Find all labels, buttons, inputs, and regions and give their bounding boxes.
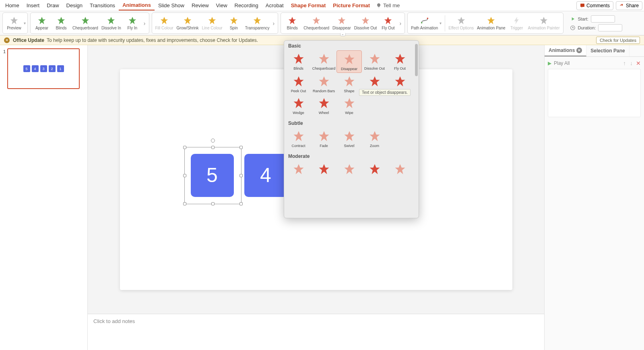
flyout-section-basic: Basic (284, 41, 419, 50)
fly-item-fade[interactable]: Fade (311, 128, 336, 149)
fly-item-random-bars[interactable]: Random Bars (311, 73, 336, 95)
tab-shapeformat[interactable]: Shape Format (287, 1, 330, 10)
flyout-scrollbar[interactable] (415, 44, 418, 76)
fly-item-wheel[interactable]: Wheel (311, 95, 336, 116)
resize-handle[interactable] (183, 174, 186, 177)
resize-handle[interactable] (211, 202, 215, 205)
tab-acrobat[interactable]: Acrobat (262, 1, 287, 10)
fly-item-moderate-1[interactable] (311, 161, 336, 178)
resize-handle[interactable] (239, 202, 243, 205)
thumb-box: 4 (32, 65, 39, 72)
tab-insert[interactable]: Insert (23, 1, 43, 10)
anim-fly-in[interactable]: Fly In (123, 15, 142, 31)
resize-handle[interactable] (211, 146, 215, 149)
share-button[interactable]: Share (616, 1, 642, 10)
anim-dissolve-in[interactable]: Dissolve In (100, 15, 123, 31)
tab-animations[interactable]: Animations (119, 0, 155, 10)
anim-transparency[interactable]: Transparency (244, 15, 271, 31)
svg-marker-26 (395, 54, 405, 64)
duration-input[interactable] (598, 24, 622, 31)
anim-growshrink[interactable]: Grow/Shrink (175, 15, 200, 31)
anim-linecolour[interactable]: Line Colour (200, 15, 224, 31)
exit-more[interactable]: › (398, 20, 403, 27)
fly-item-moderate-2[interactable] (336, 161, 362, 178)
check-updates-button[interactable]: Check for Updates (596, 37, 640, 44)
anim-fly-out[interactable]: Fly Out (378, 15, 398, 31)
move-down-icon[interactable]: ↓ (629, 60, 634, 66)
tab-recording[interactable]: Recording (231, 1, 262, 10)
rotate-handle[interactable] (211, 139, 215, 143)
preview-button[interactable]: Preview (4, 15, 24, 31)
close-icon[interactable]: ✕ (576, 48, 582, 53)
notes-pane[interactable]: Click to add notes (88, 314, 544, 350)
emphasis-more[interactable]: › (271, 20, 276, 27)
tab-pictureformat[interactable]: Picture Format (329, 1, 374, 10)
fly-item-dissolve-out[interactable]: Dissolve Out (362, 50, 387, 73)
path-animation[interactable]: Path Animation (409, 15, 440, 31)
fly-item-zoom[interactable]: Zoom (362, 128, 387, 149)
anim-blinds-in[interactable]: Blinds (52, 15, 71, 31)
resize-handle[interactable] (183, 146, 186, 149)
svg-marker-15 (384, 17, 392, 24)
shape-4[interactable]: 4 (244, 154, 287, 197)
fly-item-wipe[interactable]: Wipe (336, 95, 362, 116)
fly-item-swivel[interactable]: Swivel (336, 128, 362, 149)
anim-disappear[interactable]: Disappear (331, 15, 353, 31)
fly-item-contract[interactable]: Contract (286, 128, 311, 149)
star-icon (253, 16, 262, 25)
fly-item-shape[interactable]: Shape (336, 73, 362, 95)
start-input[interactable] (591, 15, 615, 23)
resize-handle[interactable] (183, 202, 186, 205)
anim-fillcolour[interactable]: Fill Colour (154, 15, 175, 31)
bulb-icon (376, 3, 382, 8)
anim-dissolve-out[interactable]: Dissolve Out (353, 15, 379, 31)
star-icon (292, 163, 305, 175)
fly-item-moderate-3[interactable] (362, 161, 387, 178)
fly-item-wedge[interactable]: Wedge (286, 95, 311, 116)
anim-cheq-in[interactable]: Chequerboard (71, 15, 100, 31)
star-icon (229, 16, 238, 25)
preview-label: Preview (7, 26, 21, 30)
tab-design[interactable]: Design (63, 1, 86, 10)
animation-list[interactable] (548, 69, 641, 117)
play-icon (570, 16, 576, 22)
resize-handle[interactable] (239, 146, 243, 149)
fly-item-disappear[interactable]: Disappear (336, 50, 362, 73)
animation-pane-btn[interactable]: Animation Pane (475, 15, 507, 31)
fly-item-moderate-4[interactable] (387, 161, 413, 178)
thumb-number: 1 (3, 48, 6, 89)
animations-pane-tab[interactable]: Animations ✕ (545, 45, 586, 56)
comments-button[interactable]: Comments (576, 1, 613, 10)
resize-handle[interactable] (239, 174, 243, 177)
tell-me[interactable]: Tell me (376, 2, 400, 8)
trigger-btn[interactable]: Trigger (507, 15, 526, 31)
svg-marker-4 (107, 17, 115, 24)
anim-spin[interactable]: Spin (224, 15, 244, 31)
effect-options[interactable]: Effect Options (447, 15, 475, 31)
anim-blinds-out[interactable]: Blinds (283, 15, 302, 31)
anim-appear[interactable]: Appear (32, 15, 52, 31)
fly-item-chequerboard[interactable]: Chequerboard (311, 50, 336, 73)
fly-item-blinds[interactable]: Blinds (286, 50, 311, 73)
exit-expand-notch[interactable]: ⌄ (340, 33, 346, 36)
move-up-icon[interactable]: ↑ (622, 60, 627, 66)
tab-slideshow[interactable]: Slide Show (155, 1, 188, 10)
svg-marker-38 (369, 131, 380, 141)
fly-item-fly-out[interactable]: Fly Out (387, 50, 413, 73)
anim-cheq-out[interactable]: Chequerboard (302, 15, 331, 31)
selection-box[interactable] (184, 147, 242, 204)
tab-review[interactable]: Review (188, 1, 213, 10)
painter-btn[interactable]: Animation Painter (526, 15, 561, 31)
delete-icon[interactable]: ✕ (636, 60, 641, 66)
slide-thumbnail-1[interactable]: 5 4 3 2 1 (7, 48, 80, 89)
entrance-more[interactable]: › (142, 20, 147, 27)
tab-transitions[interactable]: Transitions (86, 1, 119, 10)
fly-item-peek-out[interactable]: Peek Out (286, 73, 311, 95)
tab-home[interactable]: Home (2, 1, 23, 10)
svg-marker-19 (487, 17, 495, 24)
tab-draw[interactable]: Draw (43, 1, 62, 10)
fly-item-moderate-0[interactable] (286, 161, 311, 178)
tab-view[interactable]: View (213, 1, 231, 10)
selection-pane-tab[interactable]: Selection Pane (586, 45, 629, 56)
play-all-button[interactable]: Play All (554, 60, 570, 66)
